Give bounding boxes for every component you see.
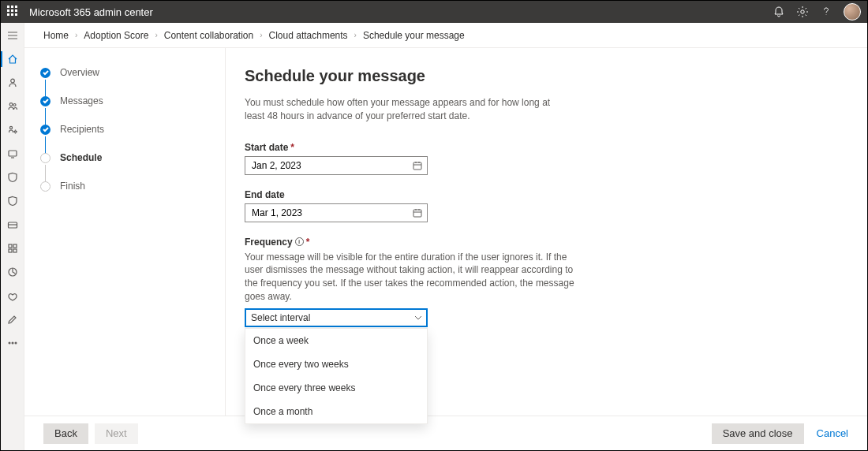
app-title: Microsoft 365 admin center <box>29 6 153 18</box>
breadcrumb-item[interactable]: Content collaboration <box>164 30 253 41</box>
frequency-label: Frequency i * <box>245 237 836 248</box>
end-date-input[interactable] <box>245 203 428 222</box>
step-recipients[interactable]: Recipients <box>40 124 209 152</box>
chevron-right-icon: › <box>354 31 357 39</box>
teams-icon[interactable] <box>6 100 19 113</box>
chevron-down-icon <box>413 313 423 322</box>
shield-icon[interactable] <box>6 171 19 184</box>
svg-point-5 <box>14 131 16 132</box>
frequency-select[interactable]: Select interval <box>245 308 428 327</box>
info-icon[interactable]: i <box>295 237 304 246</box>
breadcrumb-item: Schedule your message <box>363 30 465 41</box>
breadcrumb: Home › Adoption Score › Content collabor… <box>24 23 867 48</box>
breadcrumb-item[interactable]: Cloud attachments <box>269 30 348 41</box>
end-date-label: End date <box>245 189 836 200</box>
start-date-input[interactable] <box>245 156 428 175</box>
settings-gear-icon[interactable] <box>796 6 809 18</box>
svg-point-13 <box>9 342 10 344</box>
left-nav-rail <box>1 23 24 450</box>
menu-icon[interactable] <box>6 29 19 42</box>
save-and-close-button[interactable]: Save and close <box>712 423 804 444</box>
frequency-option[interactable]: Once every two weeks <box>245 352 427 376</box>
step-finish[interactable]: Finish <box>40 181 209 209</box>
chevron-right-icon: › <box>260 31 262 39</box>
step-label: Schedule <box>60 152 102 163</box>
required-asterisk: * <box>306 237 310 248</box>
svg-point-2 <box>9 103 13 106</box>
svg-rect-6 <box>9 151 17 156</box>
frequency-dropdown: Once a week Once every two weeks Once ev… <box>245 328 428 424</box>
home-icon[interactable] <box>6 53 19 65</box>
app-launcher-icon[interactable] <box>7 6 20 18</box>
breadcrumb-item[interactable]: Home <box>43 30 69 41</box>
wizard-content: Schedule your message You must schedule … <box>225 48 867 416</box>
cancel-link[interactable]: Cancel <box>817 427 848 439</box>
pending-step-dot <box>40 181 51 192</box>
svg-rect-8 <box>9 244 12 248</box>
chevron-right-icon: › <box>155 31 157 39</box>
check-icon <box>40 96 51 106</box>
frequency-helper-text: Your message will be visible for the ent… <box>245 251 576 304</box>
current-step-dot <box>40 153 51 163</box>
page-title: Schedule your message <box>245 67 836 85</box>
back-button[interactable]: Back <box>43 423 88 444</box>
svg-rect-9 <box>13 244 17 248</box>
frequency-option[interactable]: Once a month <box>245 400 427 423</box>
svg-point-0 <box>801 10 804 13</box>
edit-icon[interactable] <box>6 313 19 326</box>
start-date-label: Start date * <box>245 142 836 153</box>
required-asterisk: * <box>290 142 294 153</box>
svg-point-4 <box>9 126 12 129</box>
step-label: Overview <box>60 67 99 78</box>
intro-text: You must schedule how often your message… <box>245 96 560 123</box>
breadcrumb-item[interactable]: Adoption Score <box>84 30 148 41</box>
svg-rect-10 <box>9 249 12 252</box>
help-icon[interactable] <box>820 6 832 18</box>
svg-point-15 <box>15 342 17 344</box>
step-schedule[interactable]: Schedule <box>40 152 209 181</box>
topbar: Microsoft 365 admin center <box>1 1 867 23</box>
svg-point-3 <box>13 104 16 106</box>
step-label: Messages <box>60 95 103 106</box>
wizard-footer: Back Next Save and close Cancel <box>24 416 867 450</box>
step-messages[interactable]: Messages <box>40 95 209 124</box>
reports-icon[interactable] <box>6 266 19 278</box>
wizard-stepper: Overview Messages Recipients Schedule <box>24 48 225 416</box>
step-overview[interactable]: Overview <box>40 67 209 95</box>
apps-icon[interactable] <box>6 242 19 255</box>
step-label: Finish <box>60 181 85 192</box>
check-icon <box>40 125 51 135</box>
step-label: Recipients <box>60 124 104 135</box>
devices-icon[interactable] <box>6 147 19 160</box>
health-icon[interactable] <box>6 289 19 302</box>
shield-icon[interactable] <box>6 195 19 207</box>
check-icon <box>40 68 51 78</box>
svg-rect-11 <box>13 249 17 252</box>
billing-icon[interactable] <box>6 218 19 231</box>
next-button[interactable]: Next <box>95 423 138 444</box>
svg-point-14 <box>12 342 13 344</box>
avatar[interactable] <box>844 3 861 20</box>
chevron-right-icon: › <box>75 31 77 39</box>
frequency-option[interactable]: Once every three weeks <box>245 376 427 400</box>
frequency-option[interactable]: Once a week <box>245 329 427 352</box>
svg-point-1 <box>10 79 14 83</box>
notifications-icon[interactable] <box>773 6 785 18</box>
roles-icon[interactable] <box>6 124 19 136</box>
more-icon[interactable] <box>6 337 19 349</box>
users-icon[interactable] <box>6 76 19 89</box>
